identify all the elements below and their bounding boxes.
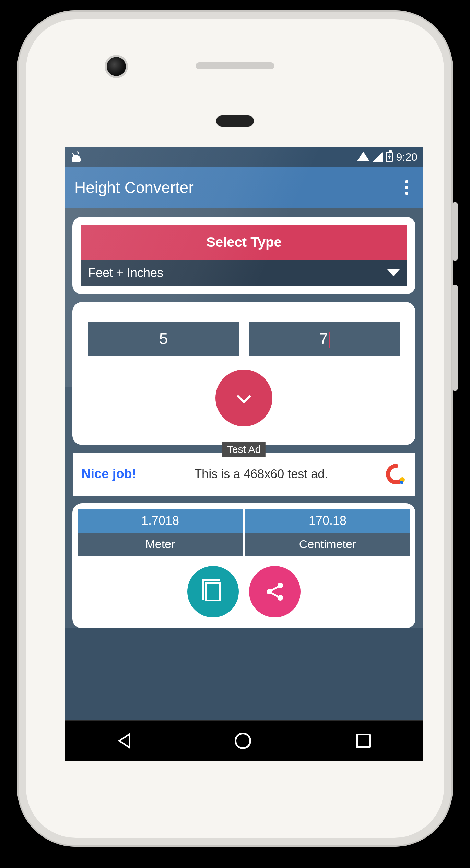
input-card: 5 7 [72,302,415,445]
app-bar: Height Converter [65,167,423,208]
text-cursor [329,332,330,348]
phone-frame: 9:20 Height Converter Select Type [17,10,453,847]
meter-value: 1.7018 [78,509,243,533]
status-clock: 9:20 [396,151,418,164]
result-meter: 1.7018 Meter [78,509,243,556]
feet-value: 5 [159,330,168,348]
signal-icon [373,152,383,162]
phone-side-button [452,202,458,261]
svg-line-6 [271,593,278,597]
phone-bezel: 9:20 Height Converter Select Type [26,19,444,838]
recents-button[interactable] [356,734,371,748]
select-type-header: Select Type [81,225,407,260]
select-type-card: Select Type Feet + Inches [72,217,415,294]
centimeter-value: 170.18 [245,509,410,533]
inches-value: 7 [319,330,328,348]
ad-text: This is a 468x60 test ad. [136,467,386,481]
back-button[interactable] [117,733,130,749]
overflow-menu-icon[interactable] [400,177,413,198]
screen: 9:20 Height Converter Select Type [65,147,423,761]
navigation-bar [65,720,423,761]
result-centimeter: 170.18 Centimeter [245,509,410,556]
earpiece [216,115,254,127]
chevron-down-icon [387,269,400,276]
svg-line-5 [271,587,278,590]
home-button[interactable] [235,733,251,749]
app-title: Height Converter [74,178,194,197]
results-card: 1.7018 Meter 170.18 Centimeter [72,503,415,628]
phone-side-button [452,285,458,391]
svg-point-1 [400,481,403,484]
copy-button[interactable] [187,566,239,617]
share-icon [265,581,285,602]
android-debug-icon [70,152,82,162]
wifi-icon [357,152,369,161]
convert-button[interactable] [215,370,272,426]
admob-logo-icon [386,464,407,484]
speaker-grille [196,62,274,69]
centimeter-label: Centimeter [245,533,410,556]
type-dropdown-value: Feet + Inches [88,266,163,280]
battery-charging-icon [386,152,393,162]
ad-banner[interactable]: Test Ad Nice job! This is a 468x60 test … [73,453,415,496]
content-area: Select Type Feet + Inches 5 [65,208,423,628]
feet-input[interactable]: 5 [88,322,239,356]
copy-icon [205,582,221,601]
front-camera [107,57,126,76]
status-bar: 9:20 [65,147,423,167]
chevron-down-icon [237,389,251,403]
meter-label: Meter [78,533,243,556]
inches-input[interactable]: 7 [249,322,400,356]
type-dropdown[interactable]: Feet + Inches [81,260,407,286]
share-button[interactable] [249,566,301,617]
ad-headline: Nice job! [81,467,136,481]
ad-tag: Test Ad [222,442,266,457]
